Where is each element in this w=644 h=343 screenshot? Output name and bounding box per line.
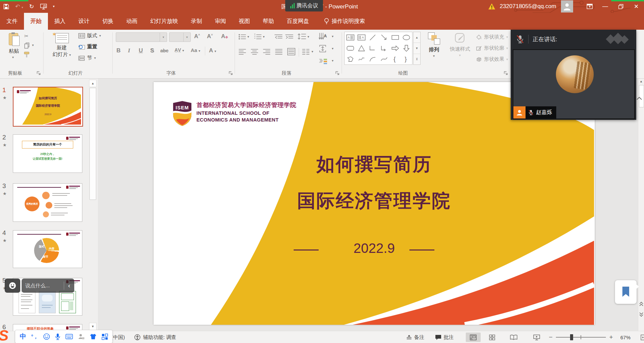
tab-review[interactable]: 审阅 (209, 13, 233, 30)
bullets-icon[interactable] (239, 34, 246, 40)
tencent-meeting-badge[interactable]: 腾讯会议 (285, 0, 323, 11)
align-text-icon[interactable] (318, 45, 327, 53)
increase-indent-icon[interactable] (285, 34, 293, 40)
line-spacing-icon[interactable] (297, 33, 306, 41)
shapes-scroll-down-icon[interactable]: ▼ (413, 43, 420, 54)
thumb-scroll-down-icon[interactable]: ▼ (89, 323, 97, 330)
reading-view-button[interactable] (506, 333, 521, 342)
clipboard-dialog-launcher[interactable] (36, 71, 41, 76)
shape-triangle-icon[interactable] (358, 45, 365, 52)
ribbon-display-options-icon[interactable] (582, 0, 597, 13)
drawing-dialog-launcher[interactable] (504, 71, 508, 76)
bookmark-float-button[interactable] (615, 280, 637, 304)
tab-animations[interactable]: 动画 (120, 13, 144, 30)
tab-slideshow[interactable]: 幻灯片放映 (144, 13, 185, 30)
slideshow-view-button[interactable] (529, 333, 544, 342)
ime-mode-chinese[interactable]: 中 (20, 332, 26, 341)
participant-video[interactable]: 赵嘉烁 (513, 49, 635, 119)
warning-icon[interactable] (488, 3, 495, 10)
shape-right-arrow-icon[interactable] (391, 45, 399, 51)
new-slide-button[interactable]: ✶ 新建 幻灯片 ▾ (49, 32, 74, 63)
tell-me-search[interactable]: 操作说明搜索 (318, 13, 372, 30)
shapes-gallery-scroll[interactable]: ▲ ▼ ⊻ (413, 32, 421, 65)
previous-slide-icon[interactable] (639, 302, 643, 307)
zoom-level[interactable]: 67% (620, 331, 630, 343)
thumbnail-slide-4[interactable]: 版式 内容 细节 (13, 230, 82, 268)
minimize-button[interactable]: — (597, 0, 613, 13)
shape-elbow-arrow-icon[interactable] (380, 45, 388, 52)
sogou-logo[interactable]: S (0, 328, 14, 343)
redo-icon[interactable]: ↻ (29, 4, 34, 9)
grow-font-button[interactable]: A˄ (194, 33, 200, 40)
accessibility-status[interactable]: 辅助功能: 调查 (134, 331, 176, 343)
shape-line-icon[interactable] (369, 34, 376, 41)
slide-date[interactable]: 2022.9 (154, 241, 595, 256)
notes-toggle[interactable]: 备注 (406, 331, 424, 343)
thumb-scroll-up-icon[interactable]: ▲ (89, 80, 97, 87)
chat-collapse-icon[interactable]: ‹ (64, 282, 74, 289)
font-name-combo[interactable]: ▾ (116, 32, 167, 42)
shape-rectangle-icon[interactable] (391, 34, 399, 41)
thumbnail-slide-3[interactable]: 优秀的简历 (13, 183, 82, 222)
shape-effects-button[interactable]: 形状效果▾ (476, 56, 508, 62)
font-color-button[interactable]: A ▾ (209, 47, 216, 54)
tab-baidu-netdisk[interactable]: 百度网盘 (280, 13, 316, 30)
justify-icon[interactable] (275, 49, 283, 55)
bold-button[interactable]: B (116, 47, 120, 54)
align-center-icon[interactable] (251, 49, 258, 55)
section-button[interactable]: 节▾ (78, 55, 96, 61)
numbering-icon[interactable] (254, 34, 262, 40)
distribute-icon[interactable] (287, 48, 295, 55)
font-size-combo[interactable]: ▾ (169, 32, 191, 42)
tab-home[interactable]: 开始 (24, 13, 48, 30)
ime-skin-shirt-icon[interactable] (90, 334, 97, 340)
thumbnail-scrollbar[interactable]: ▲ ▼ (88, 79, 97, 331)
slide-sorter-view-button[interactable] (485, 333, 500, 342)
thumbnail-slide-1[interactable]: 如何撰写简历 国际经济管理学院 2022.9 (13, 87, 83, 127)
text-direction-icon[interactable]: A (318, 32, 327, 41)
thumbnail-slide-2[interactable]: 简历的目的只有一个 20秒之内， 让面试官想要见你一面! (13, 134, 82, 173)
layout-button[interactable]: 版式▾ (78, 32, 101, 39)
shape-right-brace-icon[interactable]: } (404, 55, 409, 63)
zoom-out-button[interactable]: − (549, 331, 553, 343)
ime-punctuation[interactable]: °， (31, 334, 38, 340)
emoji-button[interactable] (5, 279, 20, 293)
quick-styles-button[interactable]: 快速样式 ▾ (447, 32, 473, 45)
meeting-overlay-panel[interactable]: 正在讲话: 赵嘉烁 (511, 30, 636, 120)
shapes-gallery[interactable]: A A { } (344, 32, 412, 65)
thumb-scroll-thumb[interactable] (89, 88, 96, 200)
chat-input[interactable]: 说点什么... ‹ (22, 279, 74, 293)
shape-scribble-icon[interactable] (358, 56, 365, 62)
shape-oval-icon[interactable] (402, 34, 410, 41)
tab-insert[interactable]: 插入 (48, 13, 72, 30)
font-dialog-launcher[interactable] (229, 71, 233, 76)
columns-icon[interactable] (302, 49, 310, 55)
shape-curve-icon[interactable] (380, 56, 388, 62)
underline-button[interactable]: U (139, 47, 143, 54)
qat-customize-icon[interactable]: ▾ (53, 5, 55, 8)
tab-view[interactable]: 视图 (233, 13, 257, 30)
ime-voice-icon[interactable] (55, 333, 60, 340)
main-scrollbar[interactable]: ▲ (638, 78, 644, 331)
slide-title-line-1[interactable]: 如何撰写简历 (154, 152, 595, 177)
align-right-icon[interactable] (263, 49, 270, 55)
align-left-icon[interactable] (239, 49, 246, 55)
collapse-ribbon-icon[interactable] (636, 96, 643, 101)
save-icon[interactable] (3, 4, 9, 9)
shape-freeform-icon[interactable] (347, 56, 354, 62)
account-email[interactable]: 2320718055@qq.com (500, 3, 556, 10)
shape-arc-icon[interactable] (369, 56, 376, 62)
paste-button[interactable]: 粘贴 ▾ (6, 32, 22, 61)
shape-vertical-textbox-icon[interactable]: A (357, 34, 366, 41)
reset-button[interactable]: 重置 (78, 44, 97, 50)
change-case-button[interactable]: Aa ▾ (191, 47, 200, 53)
tab-design[interactable]: 设计 (72, 13, 96, 30)
start-slideshow-icon[interactable] (40, 4, 47, 9)
scroll-up-icon[interactable]: ▲ (640, 80, 643, 83)
copy-icon[interactable] (24, 43, 30, 49)
shape-down-arrow-icon[interactable] (403, 45, 410, 52)
shrink-font-button[interactable]: A˅ (207, 33, 213, 40)
shape-textbox-icon[interactable]: A (346, 34, 354, 41)
convert-smartart-icon[interactable] (318, 57, 328, 65)
clear-formatting-button[interactable]: A◆ (221, 33, 228, 40)
